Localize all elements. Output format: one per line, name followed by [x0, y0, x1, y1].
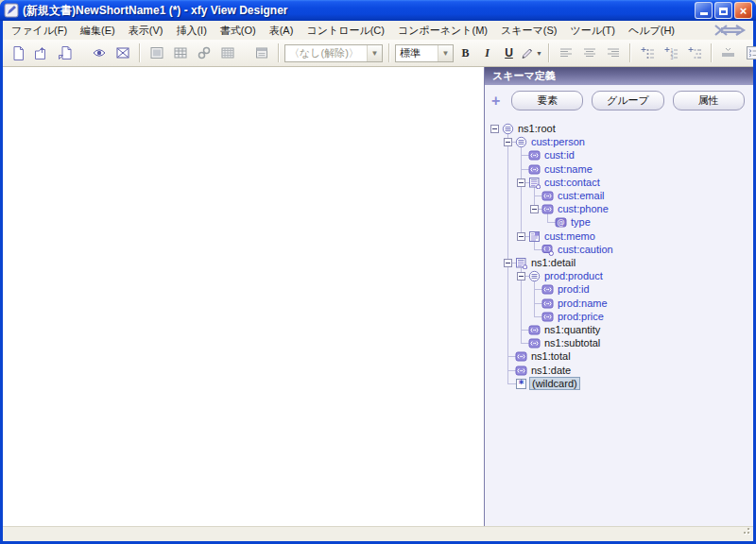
italic-button[interactable]: I	[477, 43, 497, 63]
sequence-icon	[502, 123, 514, 135]
menu-item[interactable]: 表示(V)	[122, 21, 170, 41]
tree-node[interactable]: ns1:subtotal	[485, 336, 753, 350]
tree-node-label: ns1:total	[529, 349, 573, 363]
horizontal-rule-button[interactable]	[717, 42, 739, 63]
align-left-button[interactable]	[555, 42, 576, 63]
open-document-icon	[34, 45, 49, 60]
tree-node[interactable]: cust:person	[485, 135, 753, 149]
collapse-toggle-icon[interactable]	[530, 205, 539, 213]
menu-item[interactable]: 挿入(I)	[169, 21, 213, 41]
tree-node[interactable]: prod:product	[485, 269, 753, 283]
preview-button[interactable]	[88, 42, 110, 63]
tree-node-label: cust:phone	[556, 202, 610, 215]
collapse-toggle-icon[interactable]	[517, 232, 525, 241]
tree-node[interactable]: @type	[485, 215, 753, 230]
tree-node-label: cust:email	[556, 189, 607, 202]
tree-node[interactable]: cust:email	[485, 189, 753, 203]
collapse-toggle-icon[interactable]	[517, 272, 525, 280]
menu-item[interactable]: 編集(E)	[74, 21, 122, 41]
table-icon	[173, 45, 188, 60]
element-icon	[528, 337, 541, 349]
bullet-list-button[interactable]	[636, 42, 658, 63]
frame-toggle-button[interactable]	[112, 42, 133, 63]
schema-panel: スキーマ定義 + 要素 グループ 属性 ns1:rootcust:personc…	[484, 67, 753, 526]
underline-button[interactable]: U	[499, 43, 519, 63]
close-icon: ×	[735, 3, 751, 18]
add-attribute-button[interactable]: 属性	[673, 91, 745, 110]
definition-list-button[interactable]	[683, 42, 705, 63]
align-center-icon	[582, 45, 597, 60]
menu-item[interactable]: ヘルプ(H)	[622, 21, 681, 41]
add-element-button[interactable]: 要素	[511, 91, 583, 110]
tree-node[interactable]: cust:contact	[485, 176, 753, 190]
maximize-button[interactable]	[714, 2, 732, 19]
tree-node-label: cust:contact	[542, 176, 602, 189]
tree-node[interactable]: ns1:root	[485, 122, 753, 136]
tree-node[interactable]: ns1:date	[485, 364, 753, 378]
chevron-down-icon[interactable]: ▼	[367, 45, 382, 61]
maximize-icon	[719, 8, 728, 15]
minimize-button[interactable]	[695, 2, 713, 19]
tree-node[interactable]: ns1:quantity	[485, 323, 753, 337]
tree-node[interactable]: cust:phone	[485, 202, 753, 216]
add-group-button[interactable]: グループ	[592, 91, 663, 110]
insert-grid-button[interactable]	[216, 42, 238, 63]
tree-node[interactable]: cust:name	[485, 162, 753, 177]
app-icon	[4, 3, 19, 18]
menu-item[interactable]: 表(A)	[263, 21, 301, 41]
svg-text:*: *	[519, 378, 524, 390]
element-icon	[541, 203, 554, 215]
group-ref-icon	[528, 177, 541, 189]
insert-link-button[interactable]	[193, 42, 215, 63]
collapse-toggle-icon[interactable]	[490, 125, 499, 133]
menu-item[interactable]: ツール(T)	[563, 21, 622, 41]
collapse-toggle-icon[interactable]	[504, 259, 512, 267]
tree-node[interactable]: prod:id	[485, 282, 753, 297]
tree-node[interactable]: *(wildcard)	[485, 377, 753, 391]
tree-node[interactable]: ns1:total	[485, 349, 753, 364]
align-center-button[interactable]	[578, 42, 600, 63]
insert-table-button[interactable]	[169, 42, 191, 63]
toolbar: 〈なし(解除)〉▼ 標準▼ B I U ▼ 123	[3, 40, 753, 67]
document-canvas[interactable]	[3, 67, 484, 526]
style-combo-value: 〈なし(解除)〉	[289, 46, 359, 60]
bold-button[interactable]: B	[455, 43, 475, 63]
tree-node-label: cust:person	[529, 135, 587, 148]
menu-item[interactable]: コンポーネント(M)	[391, 21, 494, 41]
menu-item[interactable]: スキーマ(S)	[494, 21, 563, 41]
tree-node[interactable]: prod:price	[485, 310, 753, 324]
new-document-button[interactable]	[7, 42, 28, 63]
titlebar[interactable]: (新規文書)NewShortName1 (*) - xfy View Desig…	[0, 0, 756, 21]
menu-item[interactable]: コントロール(C)	[300, 21, 391, 41]
tree-node[interactable]: cust:memo	[485, 230, 753, 244]
menu-item[interactable]: ファイル(F)	[5, 21, 74, 41]
collapse-toggle-icon[interactable]	[517, 178, 525, 187]
tree-node[interactable]: cust:id	[485, 148, 753, 162]
tree-node-label: cust:memo	[542, 230, 597, 243]
tree-node[interactable]: prod:name	[485, 297, 753, 311]
insert-form-button[interactable]	[250, 42, 272, 63]
paragraph-combo[interactable]: 標準▼	[395, 44, 454, 62]
menu-item[interactable]: 書式(O)	[214, 21, 263, 41]
tree-node-label: prod:name	[556, 297, 610, 310]
tree-node[interactable]: cust:caution	[485, 243, 753, 257]
align-right-button[interactable]	[602, 42, 624, 63]
tree-node-label: prod:id	[556, 282, 592, 296]
highlight-button[interactable]: ▼	[521, 42, 542, 63]
insert-image-button[interactable]	[146, 42, 167, 63]
collapse-toggle-icon[interactable]	[504, 138, 512, 146]
attribute-icon: @	[555, 216, 567, 229]
outline-view-button[interactable]	[741, 42, 756, 63]
eye-icon	[92, 45, 107, 60]
open-document-button[interactable]	[30, 42, 52, 63]
chevron-down-icon[interactable]: ▼	[438, 45, 453, 61]
resize-grip-icon[interactable]	[740, 523, 752, 540]
numbered-list-button[interactable]: 123	[660, 42, 681, 63]
save-document-button[interactable]	[54, 42, 76, 63]
tree-node[interactable]: ns1:detail	[485, 256, 753, 270]
highlighter-icon	[521, 46, 535, 60]
add-icon[interactable]: +	[491, 94, 503, 109]
style-combo[interactable]: 〈なし(解除)〉▼	[284, 44, 383, 62]
close-button[interactable]: ×	[734, 2, 752, 19]
tree-node-label: prod:price	[556, 310, 606, 323]
